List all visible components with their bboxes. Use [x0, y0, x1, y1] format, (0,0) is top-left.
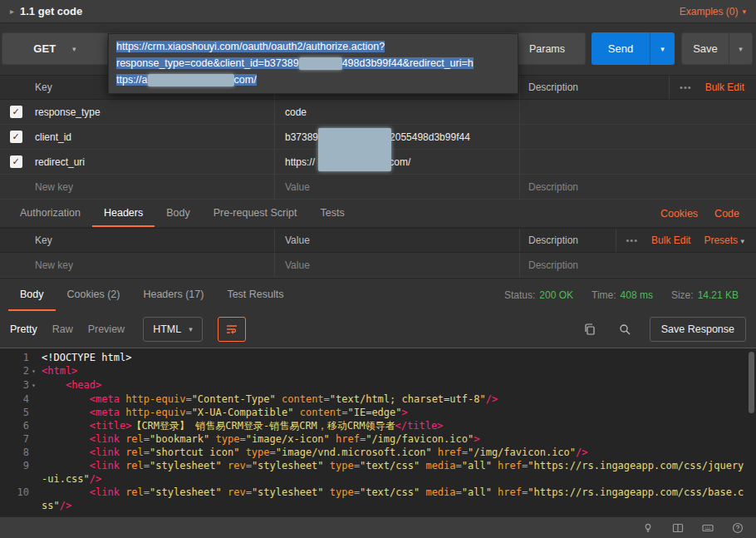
tab-tests[interactable]: Tests: [308, 200, 356, 227]
code-text: <meta http-equiv="Content-Type" content=…: [38, 392, 756, 406]
request-editor-tabs: Authorization Headers Body Pre-request S…: [0, 200, 756, 228]
param-key[interactable]: client_id: [32, 125, 275, 149]
url-line: ttps://acom/: [116, 72, 510, 88]
fold-arrow-icon: [29, 392, 38, 393]
size-label: Size:: [671, 289, 694, 301]
code-line: 9 <link rel="stylesheet" rev="stylesheet…: [0, 459, 756, 486]
fold-arrow-icon: [29, 419, 38, 420]
code-line: 7 <link rel="bookmark" type="image/x-ico…: [0, 432, 756, 446]
tab-test-results[interactable]: Test Results: [215, 279, 295, 311]
code-text: <link rel="shortcut icon" type="image/vn…: [38, 446, 756, 459]
time-label: Time:: [592, 289, 616, 301]
new-key-input[interactable]: New key: [32, 175, 275, 199]
new-key-input[interactable]: New key: [32, 253, 275, 277]
response-body-editor[interactable]: 1<!DOCTYPE html>2▾<html>3▾ <head>4 <meta…: [0, 348, 756, 516]
response-size: Size: 14.21 KB: [662, 279, 748, 311]
url-text-selected: com/: [234, 74, 257, 86]
editor-scrollbar[interactable]: [749, 352, 754, 413]
chevron-down-icon: ▾: [742, 7, 746, 16]
column-header-value: Value: [275, 229, 520, 252]
tab-authorization[interactable]: Authorization: [8, 200, 92, 227]
save-button[interactable]: Save: [682, 33, 729, 64]
param-description[interactable]: [520, 150, 756, 174]
new-description-input[interactable]: Description: [520, 253, 756, 277]
tab-headers[interactable]: Headers: [92, 200, 155, 227]
view-mode-pretty[interactable]: Pretty: [10, 323, 37, 335]
line-number: 3: [23, 378, 29, 392]
row-checkbox[interactable]: ✓: [10, 106, 22, 118]
bulk-edit-link[interactable]: Bulk Edit: [651, 234, 690, 246]
request-title: 1.1 get code: [20, 5, 82, 17]
copy-icon[interactable]: [580, 319, 600, 339]
collapse-arrow-icon[interactable]: ▸: [10, 7, 14, 16]
postman-app: ▸ 1.1 get code Examples (0) ▾ GET ▾ Para…: [0, 0, 756, 538]
bulk-edit-link[interactable]: Bulk Edit: [705, 81, 744, 93]
split-pane-icon[interactable]: [671, 521, 685, 535]
column-header-key: Key: [32, 229, 275, 252]
code-link[interactable]: Code: [706, 200, 748, 227]
examples-dropdown[interactable]: Examples (0) ▾: [680, 6, 746, 17]
line-gutter: 10: [0, 486, 38, 499]
param-description[interactable]: [520, 100, 756, 124]
headers-header-controls: ••• Bulk Edit Presets ▾: [616, 229, 756, 252]
save-response-button[interactable]: Save Response: [650, 317, 746, 342]
fold-arrow-icon: [29, 459, 38, 460]
view-mode-raw[interactable]: Raw: [52, 323, 73, 335]
method-select[interactable]: GET ▾: [2, 32, 108, 65]
request-title-bar: ▸ 1.1 get code Examples (0) ▾: [0, 0, 756, 23]
chevron-down-icon: ▾: [660, 45, 665, 53]
new-value-input[interactable]: Value: [275, 175, 520, 199]
column-header-description: Description: [520, 76, 669, 99]
examples-label: Examples (0): [680, 6, 739, 17]
tab-response-cookies[interactable]: Cookies (2): [56, 279, 132, 311]
fold-arrow-icon: [29, 486, 38, 486]
param-key[interactable]: response_type: [32, 100, 275, 124]
param-value[interactable]: https://.com/: [275, 150, 520, 174]
send-options-dropdown[interactable]: ▾: [650, 32, 675, 65]
cookies-link[interactable]: Cookies: [652, 200, 706, 227]
new-value-input[interactable]: Value: [275, 253, 520, 277]
line-gutter: 7: [0, 432, 38, 446]
lightbulb-icon[interactable]: [641, 521, 655, 535]
language-select[interactable]: HTML ▾: [143, 317, 203, 342]
param-description[interactable]: [520, 125, 756, 149]
more-options-icon[interactable]: •••: [680, 82, 692, 92]
fold-arrow-icon[interactable]: ▾: [29, 378, 38, 392]
fold-arrow-icon[interactable]: ▾: [29, 364, 38, 378]
tab-response-headers[interactable]: Headers (17): [131, 279, 215, 311]
line-gutter: 2▾: [0, 364, 38, 378]
params-toggle-button[interactable]: Params: [509, 32, 586, 65]
code-lines: 1<!DOCTYPE html>2▾<html>3▾ <head>4 <meta…: [0, 351, 756, 512]
view-mode-preview[interactable]: Preview: [88, 323, 125, 335]
wrap-lines-button[interactable]: [218, 317, 246, 342]
help-icon[interactable]: [731, 521, 744, 535]
url-input-expanded[interactable]: https://crm.xiaoshouyi.com/oauth/oauth2/…: [108, 33, 518, 94]
line-number: 5: [23, 406, 29, 419]
row-checkbox[interactable]: ✓: [10, 131, 22, 143]
send-button[interactable]: Send: [592, 32, 650, 65]
status-badge: 200 OK: [539, 289, 573, 301]
more-options-icon[interactable]: •••: [626, 235, 639, 245]
tab-pre-request-script[interactable]: Pre-request Script: [202, 200, 309, 227]
param-value[interactable]: b373892055498d3b99f44: [275, 125, 520, 149]
save-options-dropdown[interactable]: ▾: [729, 33, 752, 64]
response-toolbar: Pretty Raw Preview HTML ▾ Save Resp: [0, 311, 756, 348]
params-table-row: ✓response_typecode: [0, 100, 756, 125]
new-description-input[interactable]: Description: [520, 175, 756, 199]
code-line: 1<!DOCTYPE html>: [0, 351, 756, 364]
chevron-down-icon: ▾: [739, 45, 743, 53]
param-key[interactable]: redirect_uri: [32, 150, 275, 174]
line-number: 10: [17, 486, 29, 499]
code-text: <html>: [38, 364, 756, 378]
presets-dropdown[interactable]: Presets ▾: [704, 234, 744, 246]
line-gutter: 8: [0, 446, 38, 459]
redacted-text: [148, 74, 234, 86]
tab-response-body[interactable]: Body: [8, 279, 56, 311]
search-icon[interactable]: [615, 319, 635, 339]
code-line: 4 <meta http-equiv="Content-Type" conten…: [0, 392, 756, 406]
row-checkbox[interactable]: ✓: [10, 155, 22, 168]
tab-body[interactable]: Body: [155, 200, 202, 227]
keyboard-icon[interactable]: [701, 521, 714, 535]
param-value[interactable]: code: [275, 100, 520, 124]
response-status: Status: 200 OK: [495, 279, 582, 311]
